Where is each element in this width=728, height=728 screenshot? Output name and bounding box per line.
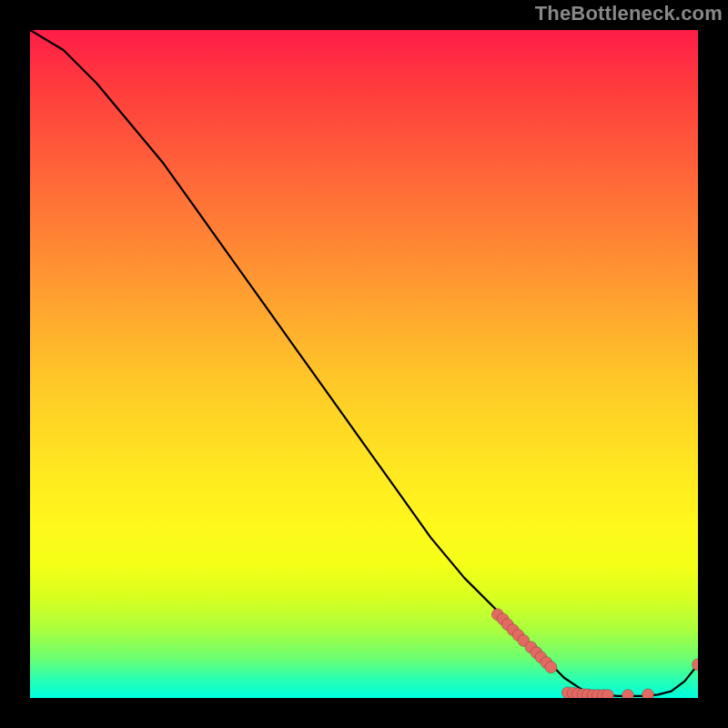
chart-svg	[30, 30, 698, 698]
marker-dot	[602, 690, 613, 698]
bottleneck-curve	[30, 30, 698, 696]
plot-area	[30, 30, 698, 698]
chart-container: TheBottleneck.com	[0, 0, 728, 728]
marker-dot	[642, 689, 653, 698]
marker-dots	[491, 609, 698, 698]
marker-dot	[622, 690, 633, 698]
marker-dot	[545, 662, 557, 673]
marker-dot	[693, 659, 699, 671]
watermark-text: TheBottleneck.com	[535, 2, 723, 25]
